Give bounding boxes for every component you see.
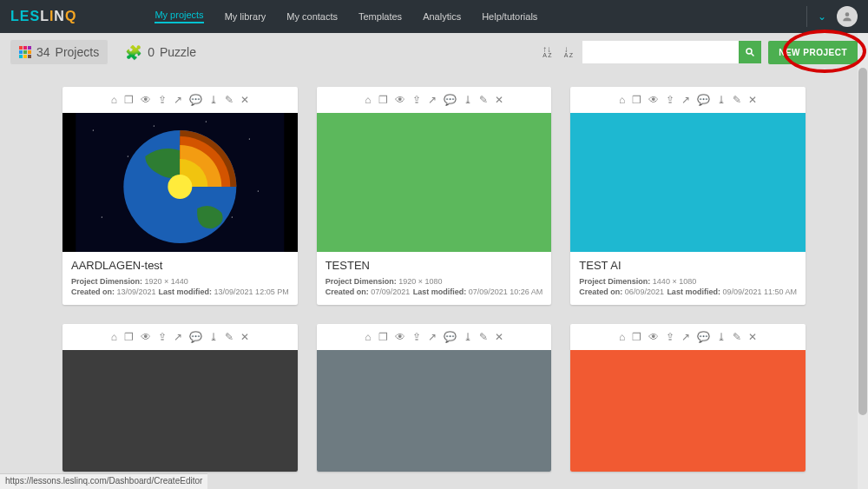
share-icon[interactable]: ⇪ (666, 331, 674, 343)
svg-point-10 (206, 121, 207, 122)
project-title: TEST AI (579, 259, 797, 272)
created-label: Created on: (71, 287, 115, 296)
project-card[interactable]: ⌂❐👁⇪↗💬⤓✎✕ TESTEN Project Dimension: 1920… (317, 87, 552, 305)
card-body: AARDLAGEN-test Project Dimension: 1920 ×… (62, 252, 298, 305)
export-icon[interactable]: ↗ (681, 94, 690, 106)
sort-asc-button[interactable]: ↑↓A Z (540, 44, 555, 60)
dimension-value: 1440 × 1080 (653, 277, 696, 286)
puzzle-icon: 🧩 (125, 44, 142, 61)
new-project-button[interactable]: NEW PROJECT (768, 41, 858, 64)
eye-icon[interactable]: 👁 (395, 94, 405, 106)
project-thumbnail (570, 350, 806, 472)
close-icon[interactable]: ✕ (495, 331, 503, 343)
project-card[interactable]: ⌂ ❐ 👁 ⇪ ↗ 💬 ⤓ ✎ ✕ (62, 87, 298, 305)
edit-icon[interactable]: ✎ (225, 94, 233, 106)
dimension-label: Project Dimension: (326, 277, 397, 286)
topbar: LESLINQ My projects My library My contac… (0, 0, 868, 33)
scrollbar-track[interactable] (858, 33, 868, 489)
home-icon[interactable]: ⌂ (619, 94, 625, 106)
comment-icon[interactable]: 💬 (444, 331, 457, 343)
nav-my-projects[interactable]: My projects (155, 10, 203, 23)
export-icon[interactable]: ↗ (428, 331, 437, 343)
comment-icon[interactable]: 💬 (189, 331, 202, 343)
statusbar: https://lessons.leslinq.com/Dashboard/Cr… (0, 473, 207, 489)
search-input[interactable] (582, 41, 739, 63)
card-toolbar: ⌂❐👁⇪↗💬⤓✎✕ (317, 87, 552, 113)
copy-icon[interactable]: ❐ (378, 331, 388, 343)
dimension-label: Project Dimension: (71, 277, 142, 286)
account-dropdown[interactable]: ⌄ (818, 10, 826, 23)
copy-icon[interactable]: ❐ (378, 94, 388, 106)
nav-help[interactable]: Help/tutorials (482, 11, 537, 22)
home-icon[interactable]: ⌂ (111, 331, 117, 343)
project-meta: Project Dimension: 1920 × 1440 Created o… (71, 277, 289, 296)
edit-icon[interactable]: ✎ (479, 331, 488, 343)
search-button[interactable] (739, 41, 761, 63)
eye-icon[interactable]: 👁 (648, 331, 659, 343)
eye-icon[interactable]: 👁 (648, 94, 659, 106)
download-icon[interactable]: ⤓ (209, 331, 218, 343)
eye-icon[interactable]: 👁 (141, 94, 151, 106)
comment-icon[interactable]: 💬 (697, 331, 710, 343)
nav-my-contacts[interactable]: My contacts (286, 11, 338, 22)
sort-desc-button[interactable]: ↓A Z (562, 44, 576, 60)
edit-icon[interactable]: ✎ (733, 94, 741, 106)
eye-icon[interactable]: 👁 (395, 331, 405, 343)
copy-icon[interactable]: ❐ (632, 94, 641, 106)
download-icon[interactable]: ⤓ (209, 94, 218, 106)
topbar-right: ⌄ (806, 6, 858, 27)
project-card[interactable]: ⌂❐👁⇪↗💬⤓✎✕ (62, 324, 298, 472)
download-icon[interactable]: ⤓ (717, 331, 726, 343)
search-wrap (582, 41, 761, 63)
modified-label: Last modified: (413, 287, 467, 296)
toolbar-right: ↑↓A Z ↓A Z NEW PROJECT (540, 41, 858, 64)
project-card[interactable]: ⌂❐👁⇪↗💬⤓✎✕ TEST AI Project Dimension: 144… (570, 87, 806, 305)
download-icon[interactable]: ⤓ (717, 94, 726, 106)
copy-icon[interactable]: ❐ (124, 331, 134, 343)
eye-icon[interactable]: 👁 (141, 331, 151, 343)
home-icon[interactable]: ⌂ (111, 94, 117, 106)
share-icon[interactable]: ⇪ (158, 94, 167, 106)
export-icon[interactable]: ↗ (174, 94, 182, 106)
close-icon[interactable]: ✕ (495, 94, 503, 106)
comment-icon[interactable]: 💬 (189, 94, 202, 106)
modified-value: 07/09/2021 10:26 AM (469, 287, 543, 296)
project-card[interactable]: ⌂❐👁⇪↗💬⤓✎✕ (570, 324, 806, 472)
created-label: Created on: (579, 287, 622, 296)
modified-label: Last modified: (159, 287, 213, 296)
home-icon[interactable]: ⌂ (619, 331, 625, 343)
toolbar-left: 34 Projects 🧩 0 Puzzle (10, 39, 205, 66)
home-icon[interactable]: ⌂ (365, 94, 371, 106)
home-icon[interactable]: ⌂ (365, 331, 371, 343)
comment-icon[interactable]: 💬 (444, 94, 457, 106)
scrollbar-thumb[interactable] (858, 68, 867, 415)
tab-projects[interactable]: 34 Projects (10, 40, 108, 64)
share-icon[interactable]: ⇪ (666, 94, 674, 106)
nav-my-library[interactable]: My library (225, 11, 266, 22)
nav-templates[interactable]: Templates (358, 11, 402, 22)
modified-value: 09/09/2021 11:50 AM (722, 287, 797, 296)
share-icon[interactable]: ⇪ (412, 331, 421, 343)
export-icon[interactable]: ↗ (428, 94, 437, 106)
export-icon[interactable]: ↗ (681, 331, 690, 343)
export-icon[interactable]: ↗ (174, 331, 182, 343)
download-icon[interactable]: ⤓ (464, 94, 472, 106)
nav-analytics[interactable]: Analytics (423, 11, 461, 22)
edit-icon[interactable]: ✎ (733, 331, 741, 343)
close-icon[interactable]: ✕ (748, 331, 757, 343)
share-icon[interactable]: ⇪ (158, 331, 167, 343)
close-icon[interactable]: ✕ (240, 331, 249, 343)
tab-puzzle[interactable]: 🧩 0 Puzzle (116, 39, 205, 66)
created-value: 07/09/2021 (371, 287, 410, 296)
share-icon[interactable]: ⇪ (412, 94, 421, 106)
download-icon[interactable]: ⤓ (464, 331, 472, 343)
edit-icon[interactable]: ✎ (479, 94, 488, 106)
project-card[interactable]: ⌂❐👁⇪↗💬⤓✎✕ (317, 324, 552, 472)
close-icon[interactable]: ✕ (240, 94, 249, 106)
comment-icon[interactable]: 💬 (697, 94, 710, 106)
avatar[interactable] (837, 6, 858, 27)
copy-icon[interactable]: ❐ (124, 94, 134, 106)
edit-icon[interactable]: ✎ (225, 331, 233, 343)
copy-icon[interactable]: ❐ (632, 331, 641, 343)
close-icon[interactable]: ✕ (748, 94, 757, 106)
